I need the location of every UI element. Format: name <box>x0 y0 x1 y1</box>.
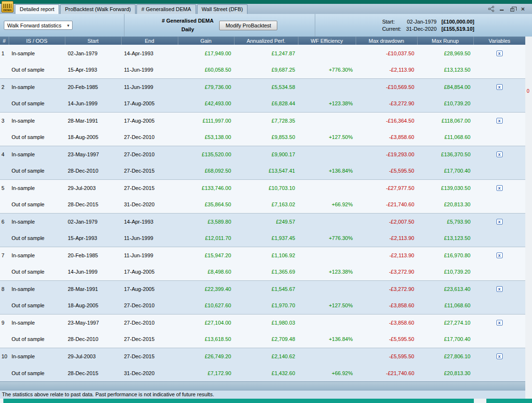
cell-wf <box>298 280 356 297</box>
restore-icon[interactable] <box>509 6 516 13</box>
cell-start: 20-Feb-1985 <box>65 78 121 95</box>
table-row[interactable]: Out of sample28-Dec-201027-Dec-2015£68,0… <box>0 163 525 179</box>
row-number: 5 <box>0 179 9 196</box>
column-header: Gain <box>178 37 234 45</box>
cell-annualized: £1,247.87 <box>234 45 298 62</box>
table-row[interactable]: Out of sample14-Jun-199917-Aug-2005£8,49… <box>0 264 525 280</box>
cell-annualized: £2,709.48 <box>234 331 298 348</box>
report-timeframe: Daily <box>162 25 214 34</box>
cell-annualized: £1,365.69 <box>234 264 298 280</box>
table-row[interactable]: Out of sample15-Apr-199311-Jun-1999£60,0… <box>0 62 525 78</box>
table-row[interactable]: 6In-sample02-Jan-197914-Apr-1993£3,589.8… <box>0 213 525 230</box>
cell-annualized: £1,980.03 <box>234 314 298 331</box>
cell-end: 31-Dec-2020 <box>121 196 178 213</box>
table-row[interactable]: Out of sample18-Aug-200527-Dec-2010£53,1… <box>0 129 525 146</box>
current-capital: [£155,519.10] <box>442 26 475 32</box>
cell-start: 18-Aug-2005 <box>65 129 121 146</box>
cell-end: 17-Aug-2005 <box>121 264 178 280</box>
cell-drawdown: -£5,595.50 <box>356 331 417 348</box>
cell-runup: £28,969.50 <box>417 45 473 62</box>
cell-annualized: £5,534.58 <box>234 78 298 95</box>
background-window-fragment <box>0 399 3 403</box>
table-row[interactable]: 7In-sample20-Feb-198511-Jun-1999£15,947.… <box>0 247 525 264</box>
variables-table-icon[interactable]: x <box>496 252 503 258</box>
tab-probacktest-walk-forward[interactable]: ProBacktest (Walk Forward) <box>60 4 136 14</box>
cell-wf <box>298 348 356 365</box>
table-row[interactable]: Out of sample28-Dec-201531-Dec-2020£7,17… <box>0 365 525 381</box>
cell-drawdown: -£5,595.50 <box>356 348 417 365</box>
close-icon[interactable]: × <box>520 6 526 13</box>
cell-wf <box>298 213 356 230</box>
tab-detailed-report[interactable]: Detailed report <box>15 4 59 14</box>
row-number <box>0 365 9 381</box>
row-number <box>0 196 9 213</box>
variables-table-icon[interactable]: x <box>496 320 503 326</box>
table-row[interactable]: 9In-sample23-May-199727-Dec-2010£27,104.… <box>0 314 525 331</box>
cell-type: In-sample <box>9 247 65 264</box>
table-row[interactable]: 5In-sample29-Jul-200327-Dec-2015£133,746… <box>0 179 525 196</box>
row-number: 10 <box>0 348 9 365</box>
cell-runup: £20,813.30 <box>417 196 473 213</box>
column-header: Max drawdown <box>356 37 417 45</box>
variables-table-icon[interactable]: x <box>496 151 503 157</box>
cell-start: 20-Feb-1985 <box>65 247 121 264</box>
table-row[interactable]: 2In-sample20-Feb-198511-Jun-1999£79,736.… <box>0 78 525 95</box>
cell-runup: £27,274.10 <box>417 314 473 331</box>
cell-type: Out of sample <box>9 62 65 78</box>
minimize-icon[interactable] <box>498 6 505 13</box>
cell-type: Out of sample <box>9 230 65 247</box>
cell-gain: £111,997.00 <box>178 112 234 129</box>
cell-start: 15-Apr-1993 <box>65 62 121 78</box>
table-row[interactable]: 3In-sample28-Mar-199117-Aug-2005£111,997… <box>0 112 525 129</box>
variables-cell <box>473 230 525 247</box>
table-row[interactable]: 4In-sample23-May-199727-Dec-2010£135,520… <box>0 146 525 163</box>
table-row[interactable]: Out of sample15-Apr-199311-Jun-1999£12,0… <box>0 230 525 247</box>
variables-table-icon[interactable]: x <box>496 286 503 292</box>
variables-table-icon[interactable]: x <box>496 84 503 90</box>
cell-wf: +123.38% <box>298 95 356 112</box>
modify-probacktest-button[interactable]: Modify ProBacktest <box>219 21 277 30</box>
variables-cell <box>473 365 525 381</box>
share-icon[interactable] <box>488 6 495 13</box>
tab-wall-street-dfb[interactable]: Wall Street (DFB) <box>197 4 248 14</box>
cell-start: 29-Jul-2003 <box>65 348 121 365</box>
app-icon-label: DEMA <box>3 9 12 12</box>
cell-drawdown: -£2,007.50 <box>356 213 417 230</box>
cell-drawdown: -£3,858.60 <box>356 314 417 331</box>
cell-gain: £135,520.00 <box>178 146 234 163</box>
variables-table-icon[interactable]: x <box>496 185 503 191</box>
cell-start: 28-Dec-2015 <box>65 196 121 213</box>
toolbar-center-section: # Generalised DEMA Daily Modify ProBackt… <box>124 14 315 37</box>
table-row[interactable]: 8In-sample28-Mar-199117-Aug-2005£22,399.… <box>0 280 525 297</box>
variables-table-icon[interactable]: x <box>496 50 503 56</box>
row-number: 7 <box>0 247 9 264</box>
variables-table-icon[interactable]: x <box>496 353 503 359</box>
cell-runup: £84,854.00 <box>417 78 473 95</box>
row-number <box>0 129 9 146</box>
table-row[interactable]: Out of sample14-Jun-199917-Aug-2005£42,4… <box>0 95 525 112</box>
table-row[interactable]: Out of sample28-Dec-201531-Dec-2020£35,8… <box>0 196 525 213</box>
chart-bars-icon <box>3 4 12 8</box>
cell-runup: £20,813.30 <box>417 365 473 381</box>
row-number <box>0 230 9 247</box>
table-row[interactable]: Out of sample28-Dec-201027-Dec-2015£13,6… <box>0 331 525 348</box>
cell-runup: £5,793.90 <box>417 213 473 230</box>
variables-table-icon[interactable]: x <box>496 219 503 225</box>
cell-end: 17-Aug-2005 <box>121 280 178 297</box>
variables-cell <box>473 62 525 78</box>
cell-wf: +136.84% <box>298 163 356 179</box>
table-row[interactable]: Out of sample18-Aug-200527-Dec-2010£10,6… <box>0 297 525 314</box>
column-header: End <box>121 37 178 45</box>
cell-runup: £23,613.40 <box>417 280 473 297</box>
cell-drawdown: -£16,364.50 <box>356 112 417 129</box>
variables-table-icon[interactable]: x <box>496 118 503 124</box>
statistics-view-dropdown[interactable]: Walk Forward statistics ▾ <box>4 21 73 30</box>
cell-end: 27-Dec-2015 <box>121 163 178 179</box>
cell-wf: +776.30% <box>298 62 356 78</box>
tab-generalised-dema[interactable]: # Generalised DEMA <box>136 4 196 14</box>
table-row[interactable]: 10In-sample29-Jul-200327-Dec-2015£26,749… <box>0 348 525 365</box>
table-row[interactable]: 1In-sample02-Jan-197914-Apr-1993£17,949.… <box>0 45 525 62</box>
start-capital: [£100,000.00] <box>442 19 475 25</box>
cell-type: In-sample <box>9 112 65 129</box>
window-controls: × <box>488 4 526 14</box>
